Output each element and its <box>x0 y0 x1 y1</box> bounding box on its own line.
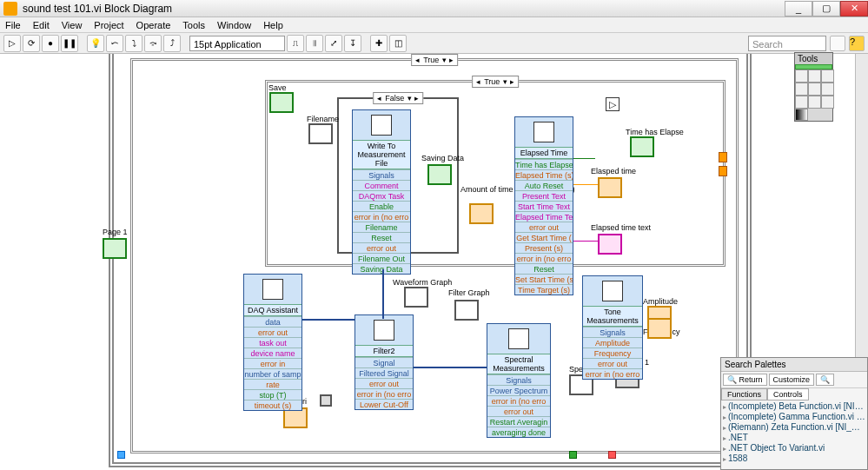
terminal-power-spectrum[interactable]: Power Spectrum <box>487 385 550 395</box>
step-over-button[interactable]: ⤼ <box>144 35 162 52</box>
align-button[interactable]: ⎍ <box>287 35 304 52</box>
search-results-list[interactable]: (Incomplete) Beta Function.vi [NI_Gmath.… <box>721 400 867 461</box>
daq-assistant-node[interactable]: DAQ Assistant dataerror outtask outdevic… <box>243 274 302 411</box>
terminal-elapsed-time-te[interactable]: Elapsed Time Te <box>515 211 573 222</box>
window-maximize-button[interactable]: ▢ <box>812 1 840 17</box>
terminal-saving-data[interactable]: Saving Data <box>353 263 410 274</box>
terminal-error-out[interactable]: error out <box>487 406 550 416</box>
search-result-item[interactable]: (Riemann) Zeta Function.vi [NI_Gmath.lvl… <box>723 422 865 433</box>
operate-tool-icon[interactable] <box>795 70 808 83</box>
tab-controls[interactable]: Controls <box>767 388 809 400</box>
cleanup-selection-button[interactable]: ◫ <box>389 35 407 52</box>
probe-tool-icon[interactable] <box>808 96 821 109</box>
saving-data-indicator[interactable] <box>427 164 452 185</box>
terminal-start-time-text[interactable]: Start Time Text <box>515 201 573 211</box>
tone-measurements-node[interactable]: Tone Measurements SignalsAmplitudeFreque… <box>582 275 643 380</box>
menu-operate[interactable]: Operate <box>136 20 171 30</box>
color-copy-tool-icon[interactable] <box>821 96 834 109</box>
search-result-item[interactable]: .NET <box>723 433 865 443</box>
filter-node[interactable]: Filter2 SignalFiltered Signalerror outer… <box>354 314 414 410</box>
terminal-number-of-samp[interactable]: number of samp <box>244 368 301 379</box>
terminal-reset[interactable]: Reset <box>353 232 410 242</box>
case-filecase-selector[interactable]: ◂ False ▾ ▸ <box>373 92 423 104</box>
menu-view[interactable]: View <box>62 20 83 30</box>
terminal-device-name[interactable]: device name <box>244 348 301 358</box>
run-continuous-button[interactable]: ⟳ <box>23 35 40 52</box>
terminal-time-has-elapse[interactable]: Time has Elapse <box>515 159 573 169</box>
search-go-button[interactable] <box>830 36 845 51</box>
terminal-error-out[interactable]: error out <box>515 222 573 232</box>
position-tool-icon[interactable] <box>808 70 821 83</box>
terminal-filename[interactable]: Filename <box>353 222 410 232</box>
pause-button[interactable]: ❚❚ <box>61 35 78 52</box>
terminal-error-out[interactable]: error out <box>583 358 642 368</box>
run-button[interactable]: ▷ <box>3 35 21 52</box>
search-result-item[interactable]: (Incomplete) Beta Function.vi [NI_Gmath.… <box>723 401 865 412</box>
terminal-time-target-s-[interactable]: Time Target (s) <box>515 284 573 295</box>
font-selector[interactable]: 15pt Application Font <box>189 36 285 51</box>
save-control[interactable] <box>269 92 294 113</box>
terminal-error-in-no-erro[interactable]: error in (no erro <box>487 395 550 406</box>
breakpoint-tool-icon[interactable] <box>795 96 808 109</box>
search-input[interactable]: Search <box>748 36 826 51</box>
tab-functions[interactable]: Functions <box>721 388 767 400</box>
highlight-exec-button[interactable]: 💡 <box>87 35 104 52</box>
retain-wire-button[interactable]: ⤺ <box>106 35 123 52</box>
terminal-present-s-[interactable]: Present (s) <box>515 242 573 253</box>
filter-graph-indicator[interactable] <box>454 300 479 321</box>
spectral-measurements-node[interactable]: Spectral Measurements SignalsPower Spect… <box>487 323 551 438</box>
terminal-error-out[interactable]: error out <box>355 378 413 388</box>
window-close-button[interactable]: ✕ <box>840 1 868 17</box>
elapsed-time-node[interactable]: Elapsed Time Time has ElapseElapsed Time… <box>514 116 573 295</box>
loop-condition-icon[interactable] <box>320 394 332 407</box>
search-customize-button[interactable]: Customize <box>769 374 815 386</box>
terminal-amplitude[interactable]: Amplitude <box>583 337 642 348</box>
terminal-error-in-no-erro[interactable]: error in (no erro <box>515 253 573 263</box>
color-tool-icon[interactable] <box>795 109 808 121</box>
page1-control[interactable] <box>103 238 127 259</box>
terminal-error-in[interactable]: error in <box>244 358 301 368</box>
filename-control[interactable] <box>308 123 333 144</box>
terminal-get-start-time-[interactable]: Get Start Time ( <box>515 232 573 242</box>
terminal-reset[interactable]: Reset <box>515 263 573 274</box>
terminal-set-start-time-s[interactable]: Set Start Time (s <box>515 274 573 284</box>
wiring-tool-icon[interactable] <box>795 83 808 96</box>
waveform-graph-indicator[interactable] <box>404 287 428 308</box>
terminal-stop-t-[interactable]: stop (T) <box>244 389 301 400</box>
terminal-signals[interactable]: Signals <box>487 374 550 385</box>
shortcut-tool-icon[interactable] <box>808 83 821 96</box>
time-has-elapse-indicator[interactable] <box>630 136 654 157</box>
tools-palette[interactable]: Tools <box>794 52 833 122</box>
search-result-item[interactable]: .NET Object To Variant.vi <box>723 443 865 453</box>
search-palettes-panel[interactable]: Search Palettes 🔍 Return Customize 🔍 Fun… <box>720 357 868 470</box>
terminal-comment[interactable]: Comment <box>353 180 410 190</box>
amount-time-control[interactable] <box>469 203 494 224</box>
step-out-button[interactable]: ⤴ <box>163 35 181 52</box>
reorder-button[interactable]: ↧ <box>344 35 361 52</box>
terminal-signals[interactable]: Signals <box>583 327 642 337</box>
terminal-restart-averagin[interactable]: Restart Averagin <box>487 416 550 427</box>
terminal-filtered-signal[interactable]: Filtered Signal <box>355 367 413 378</box>
terminal-error-out[interactable]: error out <box>353 242 410 253</box>
terminal-enable[interactable]: Enable <box>353 201 410 211</box>
terminal-rate[interactable]: rate <box>244 379 301 389</box>
terminal-timeout-s-[interactable]: timeout (s) <box>244 400 301 410</box>
menu-edit[interactable]: Edit <box>33 20 50 30</box>
case-inner[interactable]: ◂ True ▾ ▸ <box>265 80 726 267</box>
terminal-error-in-no-erro[interactable]: error in (no erro <box>353 211 410 222</box>
menu-file[interactable]: File <box>5 20 21 30</box>
terminal-filename-out[interactable]: Filename Out <box>353 253 410 263</box>
case-outer-selector[interactable]: ◂ True ▾ ▸ <box>411 54 458 66</box>
search-result-item[interactable]: (Incomplete) Gamma Function.vi [NI_Gmath… <box>723 412 865 422</box>
terminal-auto-reset[interactable]: Auto Reset <box>515 180 573 190</box>
frequency-indicator[interactable] <box>647 318 672 339</box>
menu-window[interactable]: Window <box>217 20 251 30</box>
terminal-data[interactable]: data <box>244 316 301 327</box>
menu-help[interactable]: Help <box>263 20 283 30</box>
terminal-error-in-no-erro[interactable]: error in (no erro <box>583 368 642 379</box>
search-return-button[interactable]: 🔍 Return <box>723 374 767 386</box>
terminal-daqmx-task[interactable]: DAQmx Task <box>353 190 410 201</box>
abort-button[interactable]: ● <box>42 35 59 52</box>
terminal-present-text[interactable]: Present Text <box>515 190 573 201</box>
context-help-button[interactable]: ? <box>849 36 865 51</box>
